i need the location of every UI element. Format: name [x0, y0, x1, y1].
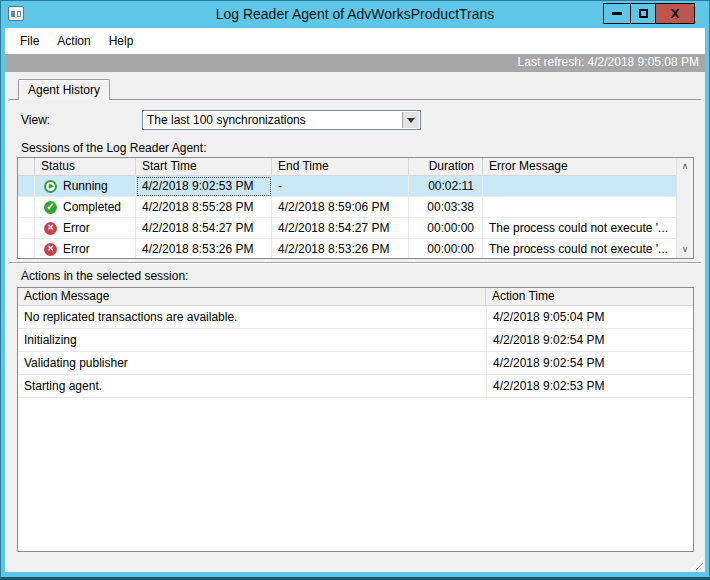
- scroll-up-icon[interactable]: ∧: [677, 158, 693, 175]
- action-message-cell: No replicated transactions are available…: [18, 306, 486, 329]
- end-time-cell: 4/2/2018 8:59:06 PM: [272, 197, 409, 218]
- column-header-action-time[interactable]: Action Time: [486, 288, 693, 306]
- end-time-cell: 4/2/2018 8:54:27 PM: [272, 218, 409, 239]
- error-message-cell: [483, 176, 676, 197]
- sessions-label: Sessions of the Log Reader Agent:: [21, 141, 701, 155]
- action-time-cell: 4/2/2018 9:02:54 PM: [486, 352, 693, 375]
- close-button[interactable]: X: [656, 3, 695, 24]
- actions-table: Action Message Action Time No replicated…: [17, 287, 694, 552]
- tab-strip: Agent History: [9, 79, 701, 100]
- column-header-error-message[interactable]: Error Message: [483, 158, 676, 176]
- list-item[interactable]: Validating publisher 4/2/2018 9:02:54 PM: [18, 352, 693, 375]
- action-time-cell: 4/2/2018 9:02:54 PM: [486, 329, 693, 352]
- table-row[interactable]: Error 4/2/2018 8:54:27 PM 4/2/2018 8:54:…: [18, 218, 676, 239]
- duration-cell: 00:00:00: [409, 218, 483, 239]
- duration-cell: 00:02:11: [409, 176, 483, 197]
- actions-label: Actions in the selected session:: [21, 269, 701, 283]
- minimize-icon: [612, 12, 622, 15]
- action-time-cell: 4/2/2018 9:05:04 PM: [486, 306, 693, 329]
- status-text: Error: [63, 218, 90, 238]
- duration-cell: 00:03:38: [409, 197, 483, 218]
- column-header-end-time[interactable]: End Time: [272, 158, 409, 176]
- list-item[interactable]: Starting agent. 4/2/2018 9:02:53 PM: [18, 375, 693, 398]
- start-time-cell: 4/2/2018 8:55:28 PM: [136, 197, 272, 218]
- status-text: Running: [63, 176, 108, 196]
- running-status-icon: [44, 180, 57, 193]
- menu-help[interactable]: Help: [100, 30, 143, 52]
- column-header-action-message[interactable]: Action Message: [18, 288, 486, 306]
- column-header-status[interactable]: Status: [35, 158, 136, 176]
- error-message-cell: The process could not execute '...: [483, 239, 676, 259]
- start-time-cell: 4/2/2018 8:54:27 PM: [136, 218, 272, 239]
- table-row[interactable]: Running 4/2/2018 9:02:53 PM - 00:02:11: [18, 176, 676, 197]
- error-status-icon: [44, 243, 57, 256]
- status-text: Error: [63, 239, 90, 259]
- table-row[interactable]: Completed 4/2/2018 8:55:28 PM 4/2/2018 8…: [18, 197, 676, 218]
- resize-grip-icon[interactable]: [690, 557, 703, 570]
- column-header-blank[interactable]: [18, 158, 35, 176]
- maximize-icon: [639, 9, 648, 18]
- sessions-scrollbar[interactable]: ∧ ∨: [676, 158, 693, 258]
- action-message-cell: Validating publisher: [18, 352, 486, 375]
- status-bar: [5, 554, 705, 572]
- list-item[interactable]: Initializing 4/2/2018 9:02:54 PM: [18, 329, 693, 352]
- sessions-table: Status Start Time End Time Duration Erro…: [17, 157, 694, 259]
- start-time-cell: 4/2/2018 8:53:26 PM: [136, 239, 272, 259]
- window-title: Log Reader Agent of AdvWorksProductTrans: [5, 1, 705, 28]
- maximize-button[interactable]: [630, 3, 656, 24]
- tab-page-content: Agent History View: The last 100 synchro…: [5, 72, 705, 554]
- error-status-icon: [44, 222, 57, 235]
- error-message-cell: The process could not execute '...: [483, 218, 676, 239]
- chevron-down-icon: [407, 118, 415, 127]
- end-time-cell: 4/2/2018 8:53:26 PM: [272, 239, 409, 259]
- sessions-header-row: Status Start Time End Time Duration Erro…: [18, 158, 676, 176]
- end-time-cell: -: [272, 176, 409, 197]
- action-time-cell: 4/2/2018 9:02:53 PM: [486, 375, 693, 398]
- titlebar[interactable]: Log Reader Agent of AdvWorksProductTrans…: [5, 1, 705, 28]
- status-text: Completed: [63, 197, 121, 217]
- duration-cell: 00:00:00: [409, 239, 483, 259]
- action-message-cell: Initializing: [18, 329, 486, 352]
- menu-file[interactable]: File: [11, 30, 48, 52]
- column-header-duration[interactable]: Duration: [409, 158, 483, 176]
- menu-bar: File Action Help: [5, 28, 705, 54]
- action-message-cell: Starting agent.: [18, 375, 486, 398]
- last-refresh-strip: Last refresh: 4/2/2018 9:05:08 PM: [5, 54, 705, 72]
- list-item[interactable]: No replicated transactions are available…: [18, 306, 693, 329]
- pane-splitter[interactable]: [9, 262, 701, 264]
- error-message-cell: [483, 197, 676, 218]
- view-label: View:: [21, 113, 142, 127]
- menu-action[interactable]: Action: [48, 30, 99, 52]
- view-dropdown[interactable]: The last 100 synchronizations: [142, 110, 421, 130]
- completed-status-icon: [44, 201, 57, 214]
- log-reader-agent-window: Log Reader Agent of AdvWorksProductTrans…: [0, 0, 710, 580]
- scroll-down-icon[interactable]: ∨: [677, 241, 693, 258]
- view-dropdown-value: The last 100 synchronizations: [147, 113, 306, 127]
- minimize-button[interactable]: [603, 3, 630, 24]
- view-row: View: The last 100 synchronizations: [9, 110, 701, 130]
- view-dropdown-button[interactable]: [402, 112, 419, 128]
- column-header-start-time[interactable]: Start Time: [136, 158, 272, 176]
- window-controls: X: [603, 3, 695, 24]
- table-row[interactable]: Error 4/2/2018 8:53:26 PM 4/2/2018 8:53:…: [18, 239, 676, 259]
- start-time-cell: 4/2/2018 9:02:53 PM: [136, 176, 272, 197]
- tab-agent-history[interactable]: Agent History: [18, 79, 110, 100]
- actions-header-row: Action Message Action Time: [18, 288, 693, 306]
